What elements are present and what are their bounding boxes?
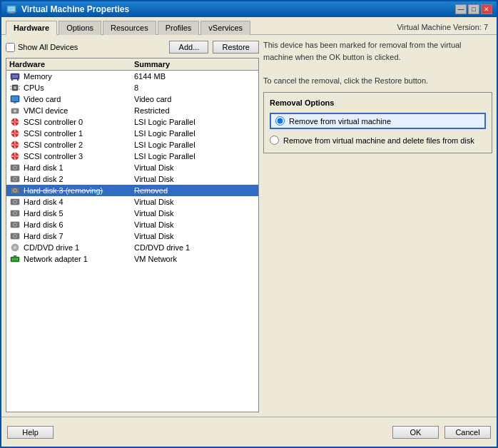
table-row[interactable]: CPUs8	[6, 82, 258, 93]
nic-icon	[9, 254, 21, 264]
svg-rect-55	[14, 255, 16, 258]
disk-icon	[9, 197, 21, 207]
radio-option2[interactable]	[270, 136, 279, 145]
table-row[interactable]: Hard disk 4Virtual Disk	[6, 196, 258, 208]
table-row[interactable]: CD/DVD drive 1CD/DVD drive 1	[6, 242, 258, 253]
tab-options[interactable]: Options	[59, 21, 101, 35]
table-body: Memory6144 MBCPUs8Video cardVideo cardVM…	[6, 71, 258, 265]
maximize-button[interactable]: □	[468, 4, 479, 14]
svg-rect-54	[16, 258, 18, 260]
col-summary-header: Summary	[134, 60, 255, 68]
svg-rect-7	[17, 79, 19, 81]
svg-rect-1	[8, 6, 15, 11]
table-row[interactable]: SCSI controller 2LSI Logic Parallel	[6, 139, 258, 151]
footer-right: OK Cancel	[392, 426, 491, 439]
table-row[interactable]: SCSI controller 0LSI Logic Parallel	[6, 116, 258, 128]
table-row[interactable]: VMCI deviceRestricted	[6, 105, 258, 116]
footer: Help OK Cancel	[1, 417, 497, 447]
toolbar: Show All Devices Add... Restore	[6, 39, 259, 55]
restore-button[interactable]: Restore	[213, 41, 259, 54]
disk-icon	[9, 220, 21, 230]
disk-icon	[9, 231, 21, 241]
add-button[interactable]: Add...	[169, 41, 208, 54]
ok-button[interactable]: OK	[392, 426, 439, 439]
row-summary: Restricted	[134, 106, 255, 115]
svg-rect-53	[14, 258, 16, 260]
removal-option2[interactable]: Remove from virtual machine and delete f…	[270, 133, 486, 147]
row-summary: LSI Logic Parallel	[134, 141, 255, 149]
row-name: Hard disk 3 (removing)	[24, 186, 134, 195]
tab-vservices[interactable]: vServices	[200, 21, 250, 35]
row-name: SCSI controller 1	[24, 129, 134, 138]
table-row[interactable]: Hard disk 2Virtual Disk	[6, 173, 258, 185]
svg-point-41	[14, 213, 16, 214]
removal-option1[interactable]: Remove from virtual machine	[270, 113, 486, 129]
row-summary: Removed	[134, 186, 255, 195]
content-area: Show All Devices Add... Restore Hardware…	[1, 35, 497, 417]
row-summary: Video card	[134, 95, 255, 103]
minimize-button[interactable]: —	[455, 4, 467, 14]
table-row[interactable]: Hard disk 6Virtual Disk	[6, 219, 258, 230]
disk-icon	[9, 174, 21, 184]
svg-point-38	[14, 201, 16, 203]
table-row[interactable]: Hard disk 5Virtual Disk	[6, 208, 258, 219]
left-panel: Show All Devices Add... Restore Hardware…	[6, 39, 259, 412]
removal-options-box: Removal Options Remove from virtual mach…	[263, 92, 492, 153]
svg-point-35	[14, 190, 16, 191]
svg-point-26	[14, 155, 16, 158]
row-name: Hard disk 1	[24, 163, 134, 172]
help-button[interactable]: Help	[7, 426, 54, 439]
tabs-bar: Hardware Options Resources Profiles vSer…	[1, 17, 497, 35]
app-icon	[6, 4, 17, 15]
row-name: CD/DVD drive 1	[24, 243, 134, 252]
tab-hardware[interactable]: Hardware	[6, 21, 57, 35]
info-line1: This device has been marked for removal …	[263, 41, 462, 49]
row-summary: VM Network	[134, 255, 255, 263]
disk-icon	[9, 163, 21, 173]
show-all-devices-checkbox[interactable]	[6, 43, 15, 52]
tab-profiles[interactable]: Profiles	[158, 21, 200, 35]
row-summary: LSI Logic Parallel	[134, 118, 255, 126]
table-row[interactable]: Memory6144 MB	[6, 71, 258, 82]
row-name: Hard disk 6	[24, 220, 134, 229]
table-row[interactable]: Hard disk 3 (removing)Removed	[6, 185, 258, 196]
table-row[interactable]: Network adapter 1VM Network	[6, 253, 258, 265]
row-summary: 8	[134, 83, 255, 92]
cdrom-icon	[9, 243, 21, 253]
row-name: Hard disk 2	[24, 175, 134, 183]
svg-point-47	[14, 235, 16, 237]
radio-option1[interactable]	[275, 116, 285, 126]
table-row[interactable]: Hard disk 1Virtual Disk	[6, 162, 258, 173]
cancel-button[interactable]: Cancel	[444, 426, 491, 439]
row-name: Video card	[24, 95, 134, 103]
row-summary: Virtual Disk	[134, 209, 255, 218]
svg-rect-9	[14, 86, 16, 89]
show-all-devices-label[interactable]: Show All Devices	[6, 43, 78, 52]
table-header: Hardware Summary	[6, 58, 258, 71]
table-row[interactable]: SCSI controller 3LSI Logic Parallel	[6, 151, 258, 162]
row-summary: LSI Logic Parallel	[134, 129, 255, 138]
scsi-icon	[9, 128, 21, 138]
memory-icon	[9, 71, 21, 81]
table-row[interactable]: Hard disk 7Virtual Disk	[6, 230, 258, 242]
svg-point-32	[14, 178, 16, 180]
scsi-icon	[9, 140, 21, 150]
row-summary: LSI Logic Parallel	[134, 152, 255, 161]
table-row[interactable]: Video cardVideo card	[6, 93, 258, 105]
svg-rect-15	[11, 96, 19, 101]
tab-resources[interactable]: Resources	[103, 21, 156, 35]
version-label: Virtual Machine Version: 7	[392, 20, 492, 34]
title-bar-left: Virtual Machine Properties	[6, 4, 129, 15]
removal-option2-label: Remove from virtual machine and delete f…	[283, 136, 474, 145]
row-summary: Virtual Disk	[134, 163, 255, 172]
info-line4: To cancel the removal, click the Restore…	[263, 76, 428, 85]
title-bar-buttons: — □ ✕	[455, 4, 492, 14]
row-name: SCSI controller 3	[24, 152, 134, 161]
close-button[interactable]: ✕	[481, 4, 492, 14]
disk-icon	[9, 185, 21, 195]
scsi-icon	[9, 117, 21, 127]
info-line2: machine when the OK button is clicked.	[263, 53, 401, 61]
table-row[interactable]: SCSI controller 1LSI Logic Parallel	[6, 128, 258, 139]
row-summary: Virtual Disk	[134, 220, 255, 229]
row-name: CPUs	[24, 83, 134, 92]
